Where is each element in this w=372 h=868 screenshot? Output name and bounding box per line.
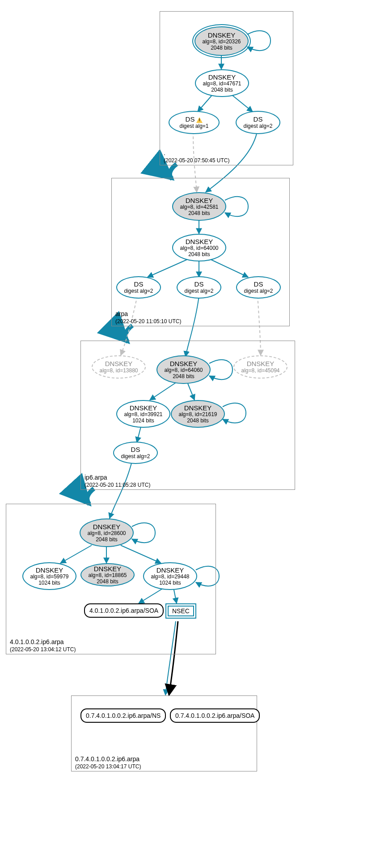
- node-z4-28600: DNSKEY alg=8, id=28600 2048 bits: [80, 518, 134, 547]
- zone-z4-ts: (2022-05-20 13:04:12 UTC): [10, 646, 76, 653]
- root-zsk-l3: 2048 bits: [211, 87, 233, 93]
- zone-root-ts: (2022-05-20 07:50:45 UTC): [164, 157, 229, 164]
- node-z07-ns: 0.7.4.0.1.0.0.2.ip6.arpa/NS: [80, 708, 166, 723]
- root-ksk-title: DNSKEY: [208, 31, 236, 39]
- zone-z07-ts: (2022-05-20 13:04:17 UTC): [75, 763, 141, 770]
- zone-root-label: . (2022-05-20 07:50:45 UTC): [164, 149, 229, 164]
- root-ksk-l2: alg=8, id=20326: [202, 39, 241, 45]
- zone-ip6-ts: (2022-05-20 11:05:28 UTC): [85, 482, 150, 489]
- node-arpa-ds-c: DS digest alg=2: [236, 276, 281, 299]
- root-ksk-l3: 2048 bits: [211, 45, 232, 51]
- zone-ip6-name: ip6.arpa: [85, 474, 150, 482]
- zone-z07-label: 0.7.4.0.1.0.0.2.ip6.arpa (2022-05-20 13:…: [75, 755, 141, 770]
- node-root-ksk: DNSKEY alg=8, id=20326 2048 bits: [194, 26, 249, 56]
- node-root-ds1: DS digest alg=1: [169, 111, 220, 134]
- zone-root-name: .: [164, 149, 229, 157]
- warning-icon: [196, 117, 203, 123]
- node-z07-soa: 0.7.4.0.1.0.0.2.ip6.arpa/SOA: [170, 708, 260, 723]
- node-ip6-13880: DNSKEY alg=8, id=13880: [92, 355, 146, 379]
- node-arpa-zsk: DNSKEY alg=8, id=64000 2048 bits: [172, 234, 226, 261]
- node-z4-18865: DNSKEY alg=8, id=18865 2048 bits: [80, 563, 135, 586]
- root-zsk-title: DNSKEY: [208, 73, 236, 81]
- zone-arpa-name: arpa: [115, 310, 181, 318]
- node-ip6-39921: DNSKEY alg=8, id=39921 1024 bits: [116, 400, 170, 428]
- zone-z4-name: 4.0.1.0.0.2.ip6.arpa: [10, 638, 76, 646]
- zone-ip6-label: ip6.arpa (2022-05-20 11:05:28 UTC): [85, 474, 150, 489]
- node-ip6-21619: DNSKEY alg=8, id=21619 2048 bits: [171, 400, 225, 428]
- node-ip6-45094: DNSKEY alg=8, id=45094: [233, 355, 287, 379]
- root-ds2-title: DS: [254, 115, 263, 123]
- root-ds1-l2: digest alg=1: [179, 123, 208, 130]
- root-ds2-l2: digest alg=2: [243, 123, 272, 130]
- node-root-zsk: DNSKEY alg=8, id=47671 2048 bits: [195, 69, 249, 97]
- node-z4-59979: DNSKEY alg=8, id=59979 1024 bits: [22, 562, 76, 590]
- root-ds1-title: DS: [186, 115, 203, 123]
- nsec-label: NSEC: [168, 606, 194, 616]
- node-arpa-ksk: DNSKEY alg=8, id=42581 2048 bits: [172, 192, 226, 221]
- root-zsk-l2: alg=8, id=47671: [203, 81, 241, 87]
- node-arpa-ds-a: DS digest alg=2: [116, 276, 161, 299]
- node-ip6-ds: DS digest alg=2: [113, 442, 158, 464]
- zone-z07-name: 0.7.4.0.1.0.0.2.ip6.arpa: [75, 755, 141, 763]
- node-root-ds2: DS digest alg=2: [236, 111, 280, 134]
- node-z4-nsec: NSEC: [165, 603, 196, 619]
- zone-z4-label: 4.0.1.0.0.2.ip6.arpa (2022-05-20 13:04:1…: [10, 638, 76, 653]
- zone-arpa-label: arpa (2022-05-20 11:05:10 UTC): [115, 310, 181, 325]
- node-z4-29448: DNSKEY alg=8, id=29448 1024 bits: [143, 562, 197, 590]
- node-ip6-64060: DNSKEY alg=8, id=64060 2048 bits: [156, 355, 211, 384]
- node-arpa-ds-b: DS digest alg=2: [177, 276, 221, 299]
- zone-arpa-ts: (2022-05-20 11:05:10 UTC): [115, 318, 181, 325]
- node-z4-soa: 4.0.1.0.0.2.ip6.arpa/SOA: [84, 603, 164, 618]
